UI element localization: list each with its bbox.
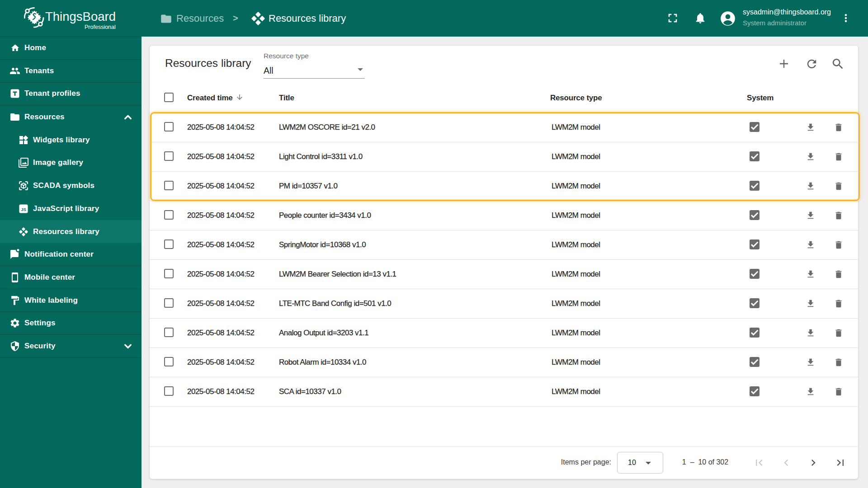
svg-text:JS: JS <box>21 207 26 212</box>
